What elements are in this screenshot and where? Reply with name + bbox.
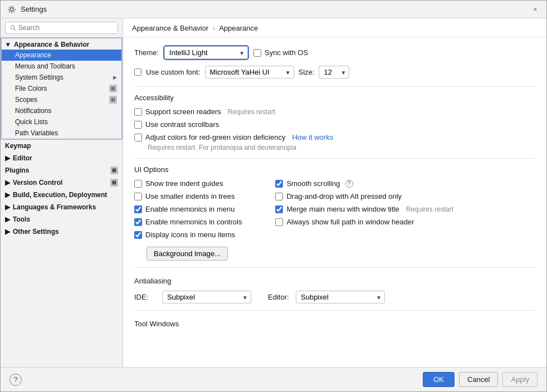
smooth-scrolling-row: Smooth scrolling ? [275, 179, 453, 188]
sidebar-group-header-version-control[interactable]: ▶ Version Control ⊞ [1, 177, 123, 189]
font-select-wrapper: Microsoft YaHei UI ▼ [205, 66, 294, 79]
full-path-checkbox[interactable] [275, 218, 283, 226]
smooth-scrolling-help-icon[interactable]: ? [345, 180, 353, 188]
title-bar-left: Settings [7, 5, 47, 14]
contrast-scrollbars-label: Use contrast scrollbars [145, 120, 219, 129]
full-path-row: Always show full path in window header [275, 218, 453, 226]
ide-antialias-select[interactable]: Subpixel Greyscale No antialiasing [162, 291, 251, 303]
title-bar: Settings × [1, 1, 546, 18]
tree-indent-label: Show tree indent guides [145, 179, 223, 188]
theme-row: Theme: IntelliJ Light Darcula High Contr… [134, 46, 535, 59]
ide-antialias-select-wrapper: Subpixel Greyscale No antialiasing ▼ [162, 291, 251, 303]
footer-left: ? [9, 374, 22, 386]
svg-point-0 [10, 8, 13, 11]
breadcrumb-separator: › [213, 24, 215, 32]
sidebar: ▾ Appearance & Behavior Appearance Menus… [1, 18, 123, 367]
smaller-indents-row: Use smaller indents in trees [134, 192, 242, 200]
color-deficiency-row: Adjust colors for red-green vision defic… [134, 133, 535, 141]
background-image-button[interactable]: Background Image... [146, 247, 228, 261]
accessibility-section: Accessibility Support screen readers Req… [134, 94, 535, 151]
sidebar-item-menus-toolbars[interactable]: Menus and Toolbars [2, 61, 121, 72]
scopes-badge: ⊞ [109, 96, 117, 104]
close-button[interactable]: × [531, 5, 540, 14]
sidebar-group-header-plugins[interactable]: Plugins ⊞ [1, 164, 123, 177]
help-button[interactable]: ? [9, 374, 22, 386]
sync-os-checkbox[interactable] [253, 49, 261, 57]
apply-button[interactable]: Apply [502, 372, 538, 387]
screen-readers-row: Support screen readers Requires restart [134, 107, 535, 116]
theme-select-wrapper: IntelliJ Light Darcula High Contrast ▼ [164, 46, 248, 59]
tree-indent-checkbox[interactable] [134, 180, 142, 188]
tools-expand-icon: ▶ [5, 215, 11, 223]
sidebar-group-label-appearance-behavior: Appearance & Behavior [14, 41, 89, 48]
sidebar-group-header-tools[interactable]: ▶ Tools [1, 213, 123, 226]
size-select-wrapper: 12 11 13 14 ▼ [319, 66, 349, 79]
editor-antialias-select-wrapper: Subpixel Greyscale No antialiasing ▼ [296, 291, 385, 303]
how-it-works-link[interactable]: How it works [292, 133, 333, 141]
ui-options-right-col: Smooth scrolling ? Drag-and-drop with Al… [275, 179, 453, 243]
sidebar-group-header-other-settings[interactable]: ▶ Other Settings [1, 226, 123, 238]
expand-arrow-icon: ▾ [6, 41, 12, 48]
sidebar-item-quick-lists[interactable]: Quick Lists [2, 116, 121, 128]
search-box[interactable] [5, 22, 118, 34]
content-header: Appearance & Behavior › Appearance [123, 18, 546, 37]
contrast-scrollbars-checkbox[interactable] [134, 121, 142, 129]
expand-right-icon: ▶ [113, 75, 117, 80]
merge-menu-label: Merge main menu with window title [286, 205, 399, 213]
breadcrumb-part2: Appearance [219, 24, 258, 32]
file-colors-badge: ⊞ [109, 85, 117, 92]
display-icons-label: Display icons in menu items [145, 231, 235, 239]
plugins-badge: ⊞ [110, 166, 118, 174]
ok-button[interactable]: OK [423, 372, 455, 387]
display-icons-checkbox[interactable] [134, 231, 142, 239]
drag-drop-checkbox[interactable] [275, 193, 283, 200]
sidebar-item-system-settings[interactable]: System Settings ▶ [2, 72, 121, 83]
cancel-button[interactable]: Cancel [459, 372, 498, 387]
accessibility-title: Accessibility [134, 94, 535, 102]
settings-icon [7, 5, 16, 14]
content-area: Appearance & Behavior › Appearance Theme… [123, 18, 546, 367]
drag-drop-row: Drag-and-drop with Alt pressed only [275, 192, 453, 200]
sidebar-item-appearance[interactable]: Appearance [2, 50, 121, 61]
color-deficiency-checkbox[interactable] [134, 134, 142, 141]
antialiasing-row: IDE: Subpixel Greyscale No antialiasing … [134, 291, 535, 303]
editor-antialias-select[interactable]: Subpixel Greyscale No antialiasing [296, 291, 385, 303]
size-select[interactable]: 12 11 13 14 [319, 66, 349, 79]
smaller-indents-label: Use smaller indents in trees [145, 192, 235, 200]
display-icons-row: Display icons in menu items [134, 231, 242, 239]
mnemonics-menu-checkbox[interactable] [134, 205, 142, 213]
vc-badge: ⊞ [110, 179, 118, 187]
theme-select[interactable]: IntelliJ Light Darcula High Contrast [164, 46, 248, 59]
sidebar-group-header-editor[interactable]: ▶ Editor [1, 152, 123, 164]
content-body: Theme: IntelliJ Light Darcula High Contr… [123, 37, 546, 367]
merge-menu-row: Merge main menu with window title Requir… [275, 205, 453, 213]
search-icon [10, 24, 16, 31]
sidebar-item-notifications[interactable]: Notifications [2, 105, 121, 116]
search-input[interactable] [18, 24, 113, 32]
sidebar-item-scopes[interactable]: Scopes ⊞ [2, 94, 121, 105]
breadcrumb-part1: Appearance & Behavior [132, 24, 208, 32]
screen-readers-checkbox[interactable] [134, 108, 142, 116]
mnemonics-controls-label: Enable mnemonics in controls [145, 218, 242, 226]
sidebar-group-header-languages[interactable]: ▶ Languages & Frameworks [1, 201, 123, 213]
mnemonics-controls-checkbox[interactable] [134, 218, 142, 226]
sidebar-item-path-variables[interactable]: Path Variables [2, 128, 121, 139]
sidebar-group-header-appearance-behavior[interactable]: ▾ Appearance & Behavior [2, 38, 121, 50]
build-expand-icon: ▶ [5, 191, 11, 199]
sync-os-label: Sync with OS [265, 48, 308, 57]
merge-menu-checkbox[interactable] [275, 205, 283, 213]
vc-expand-icon: ▶ [5, 179, 11, 187]
footer: ? OK Cancel Apply [1, 367, 546, 391]
sidebar-item-file-colors[interactable]: File Colors ⊞ [2, 83, 121, 94]
tool-windows-title: Tool Windows [134, 320, 535, 328]
smooth-scrolling-checkbox[interactable] [275, 180, 283, 188]
font-select[interactable]: Microsoft YaHei UI [205, 66, 294, 79]
contrast-scrollbars-row: Use contrast scrollbars [134, 120, 535, 129]
size-label: Size: [299, 68, 315, 76]
smaller-indents-checkbox[interactable] [134, 193, 142, 200]
sidebar-group-header-build[interactable]: ▶ Build, Execution, Deployment [1, 189, 123, 201]
merge-menu-note: Requires restart [406, 205, 453, 213]
sidebar-group-header-keymap[interactable]: Keymap [1, 140, 123, 152]
custom-font-checkbox[interactable] [134, 68, 141, 76]
settings-window: Settings × ▾ Appearance & Behavior A [0, 0, 547, 392]
